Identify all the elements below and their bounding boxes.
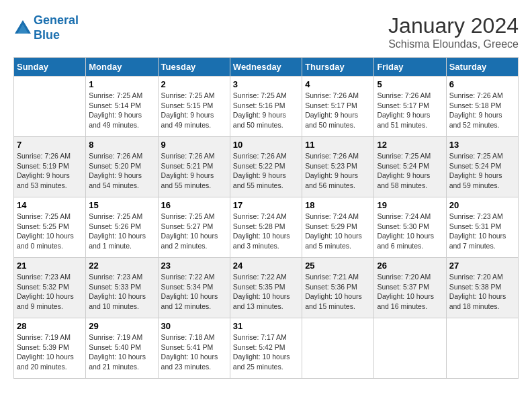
day-info: Sunrise: 7:26 AMSunset: 5:17 PMDaylight:…	[377, 91, 443, 130]
weekday-header: Friday	[374, 58, 446, 77]
day-info: Sunrise: 7:25 AMSunset: 5:16 PMDaylight:…	[233, 91, 299, 130]
calendar-cell: 29 Sunrise: 7:19 AMSunset: 5:40 PMDaylig…	[86, 318, 158, 379]
day-info: Sunrise: 7:26 AMSunset: 5:22 PMDaylight:…	[233, 151, 299, 191]
day-info: Sunrise: 7:24 AMSunset: 5:29 PMDaylight:…	[305, 212, 371, 251]
logo-text: General Blue	[34, 13, 79, 42]
day-number: 2	[161, 79, 227, 89]
day-info: Sunrise: 7:26 AMSunset: 5:21 PMDaylight:…	[161, 151, 227, 191]
day-number: 3	[233, 79, 299, 89]
calendar-cell: 26 Sunrise: 7:20 AMSunset: 5:37 PMDaylig…	[374, 258, 446, 318]
day-info: Sunrise: 7:26 AMSunset: 5:18 PMDaylight:…	[449, 91, 515, 130]
calendar-cell: 31 Sunrise: 7:17 AMSunset: 5:42 PMDaylig…	[230, 318, 302, 379]
logo-line1: General	[34, 13, 79, 27]
calendar-cell: 21 Sunrise: 7:23 AMSunset: 5:32 PMDaylig…	[14, 258, 86, 318]
day-info: Sunrise: 7:19 AMSunset: 5:39 PMDaylight:…	[17, 332, 83, 372]
day-info: Sunrise: 7:25 AMSunset: 5:14 PMDaylight:…	[89, 91, 154, 130]
calendar-cell: 30 Sunrise: 7:18 AMSunset: 5:41 PMDaylig…	[158, 318, 230, 379]
calendar-cell: 25 Sunrise: 7:21 AMSunset: 5:36 PMDaylig…	[302, 258, 374, 318]
calendar-cell: 11 Sunrise: 7:26 AMSunset: 5:23 PMDaylig…	[302, 137, 374, 197]
day-number: 30	[161, 321, 227, 331]
calendar-cell	[446, 318, 518, 379]
weekday-header-row: SundayMondayTuesdayWednesdayThursdayFrid…	[14, 58, 519, 77]
weekday-header: Thursday	[302, 58, 374, 77]
day-info: Sunrise: 7:26 AMSunset: 5:17 PMDaylight:…	[305, 91, 371, 130]
day-info: Sunrise: 7:21 AMSunset: 5:36 PMDaylight:…	[305, 272, 371, 312]
day-number: 31	[233, 321, 299, 331]
calendar-table: SundayMondayTuesdayWednesdayThursdayFrid…	[13, 57, 519, 379]
calendar-cell: 13 Sunrise: 7:25 AMSunset: 5:24 PMDaylig…	[446, 137, 518, 197]
calendar-cell: 7 Sunrise: 7:26 AMSunset: 5:19 PMDayligh…	[14, 137, 86, 197]
logo-icon	[13, 19, 32, 38]
calendar-cell: 22 Sunrise: 7:23 AMSunset: 5:33 PMDaylig…	[86, 258, 158, 318]
calendar-cell: 5 Sunrise: 7:26 AMSunset: 5:17 PMDayligh…	[374, 77, 446, 137]
calendar-cell: 17 Sunrise: 7:24 AMSunset: 5:28 PMDaylig…	[230, 197, 302, 258]
calendar-cell: 27 Sunrise: 7:20 AMSunset: 5:38 PMDaylig…	[446, 258, 518, 318]
month-title: January 2024	[388, 13, 519, 38]
day-number: 1	[89, 79, 154, 89]
day-number: 24	[233, 261, 299, 271]
title-block: January 2024 Schisma Eloundas, Greece	[388, 13, 519, 50]
calendar-week-row: 14 Sunrise: 7:25 AMSunset: 5:25 PMDaylig…	[14, 197, 519, 258]
day-info: Sunrise: 7:26 AMSunset: 5:23 PMDaylight:…	[305, 151, 371, 191]
day-number: 9	[161, 140, 227, 150]
calendar-cell	[14, 77, 86, 137]
calendar-cell: 15 Sunrise: 7:25 AMSunset: 5:26 PMDaylig…	[86, 197, 158, 258]
day-number: 6	[449, 79, 515, 89]
day-info: Sunrise: 7:23 AMSunset: 5:32 PMDaylight:…	[17, 272, 83, 312]
calendar-cell: 3 Sunrise: 7:25 AMSunset: 5:16 PMDayligh…	[230, 77, 302, 137]
day-number: 17	[233, 200, 299, 210]
day-info: Sunrise: 7:17 AMSunset: 5:42 PMDaylight:…	[233, 332, 299, 372]
day-number: 22	[89, 261, 154, 271]
day-info: Sunrise: 7:20 AMSunset: 5:38 PMDaylight:…	[449, 272, 515, 312]
calendar-cell: 6 Sunrise: 7:26 AMSunset: 5:18 PMDayligh…	[446, 77, 518, 137]
calendar-cell: 28 Sunrise: 7:19 AMSunset: 5:39 PMDaylig…	[14, 318, 86, 379]
day-number: 25	[305, 261, 371, 271]
weekday-header: Tuesday	[158, 58, 230, 77]
weekday-header: Sunday	[14, 58, 86, 77]
day-number: 5	[377, 79, 443, 89]
calendar-cell: 19 Sunrise: 7:24 AMSunset: 5:30 PMDaylig…	[374, 197, 446, 258]
day-number: 26	[377, 261, 443, 271]
day-number: 28	[17, 321, 83, 331]
day-info: Sunrise: 7:25 AMSunset: 5:27 PMDaylight:…	[161, 212, 227, 251]
day-number: 11	[305, 140, 371, 150]
day-number: 12	[377, 140, 443, 150]
weekday-header: Saturday	[446, 58, 518, 77]
day-number: 20	[449, 200, 515, 210]
day-info: Sunrise: 7:18 AMSunset: 5:41 PMDaylight:…	[161, 332, 227, 372]
day-info: Sunrise: 7:25 AMSunset: 5:26 PMDaylight:…	[89, 212, 154, 251]
calendar-cell: 14 Sunrise: 7:25 AMSunset: 5:25 PMDaylig…	[14, 197, 86, 258]
weekday-header: Monday	[86, 58, 158, 77]
calendar-cell: 16 Sunrise: 7:25 AMSunset: 5:27 PMDaylig…	[158, 197, 230, 258]
day-info: Sunrise: 7:24 AMSunset: 5:28 PMDaylight:…	[233, 212, 299, 251]
calendar-cell	[302, 318, 374, 379]
day-number: 21	[17, 261, 83, 271]
location: Schisma Eloundas, Greece	[388, 38, 519, 50]
day-number: 14	[17, 200, 83, 210]
day-info: Sunrise: 7:24 AMSunset: 5:30 PMDaylight:…	[377, 212, 443, 251]
logo-line2: Blue	[34, 28, 60, 42]
calendar-cell: 1 Sunrise: 7:25 AMSunset: 5:14 PMDayligh…	[86, 77, 158, 137]
day-number: 27	[449, 261, 515, 271]
calendar-cell	[374, 318, 446, 379]
calendar-cell: 24 Sunrise: 7:22 AMSunset: 5:35 PMDaylig…	[230, 258, 302, 318]
day-number: 23	[161, 261, 227, 271]
day-number: 29	[89, 321, 154, 331]
page-header: General Blue January 2024 Schisma Elound…	[13, 13, 519, 50]
day-info: Sunrise: 7:25 AMSunset: 5:15 PMDaylight:…	[161, 91, 227, 130]
day-info: Sunrise: 7:22 AMSunset: 5:35 PMDaylight:…	[233, 272, 299, 312]
day-number: 4	[305, 79, 371, 89]
day-number: 15	[89, 200, 154, 210]
calendar-cell: 20 Sunrise: 7:23 AMSunset: 5:31 PMDaylig…	[446, 197, 518, 258]
day-number: 7	[17, 140, 83, 150]
day-info: Sunrise: 7:23 AMSunset: 5:31 PMDaylight:…	[449, 212, 515, 251]
day-info: Sunrise: 7:26 AMSunset: 5:20 PMDaylight:…	[89, 151, 154, 191]
calendar-cell: 2 Sunrise: 7:25 AMSunset: 5:15 PMDayligh…	[158, 77, 230, 137]
day-number: 16	[161, 200, 227, 210]
calendar-week-row: 21 Sunrise: 7:23 AMSunset: 5:32 PMDaylig…	[14, 258, 519, 318]
calendar-cell: 4 Sunrise: 7:26 AMSunset: 5:17 PMDayligh…	[302, 77, 374, 137]
day-info: Sunrise: 7:20 AMSunset: 5:37 PMDaylight:…	[377, 272, 443, 312]
day-number: 18	[305, 200, 371, 210]
calendar-cell: 8 Sunrise: 7:26 AMSunset: 5:20 PMDayligh…	[86, 137, 158, 197]
calendar-cell: 10 Sunrise: 7:26 AMSunset: 5:22 PMDaylig…	[230, 137, 302, 197]
